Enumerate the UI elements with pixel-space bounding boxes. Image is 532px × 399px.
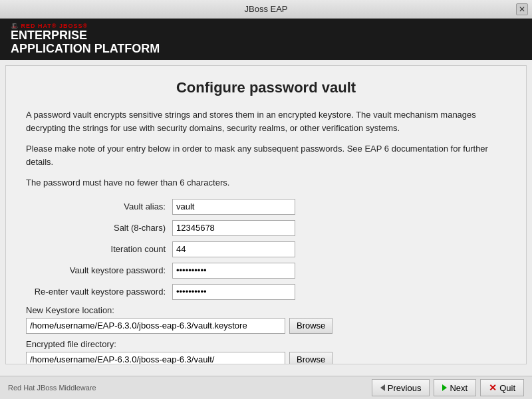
new-keystore-input[interactable] xyxy=(26,318,285,334)
browse-encdir-button[interactable]: Browse xyxy=(289,352,332,365)
quit-x-icon: ✕ xyxy=(489,382,497,393)
salt-input[interactable] xyxy=(172,220,295,236)
enc-dir-row: Browse xyxy=(26,352,506,365)
enc-dir-block: Encrypted file directory: Browse xyxy=(26,339,506,365)
logo-area: 🎩 RED HAT® JBOSS® ENTERPRISE APPLICATION… xyxy=(11,23,160,56)
iteration-row: Iteration count xyxy=(26,241,506,257)
re-vault-pwd-row: Re-enter vault keystore password: xyxy=(26,284,506,300)
description-2: Please make note of your entry below in … xyxy=(26,142,506,168)
vault-alias-row: Vault alias: xyxy=(26,199,506,215)
enc-dir-label: Encrypted file directory: xyxy=(26,339,506,349)
prev-arrow-icon xyxy=(380,384,385,391)
app-platform-label: APPLICATION PLATFORM xyxy=(11,43,160,56)
previous-button[interactable]: Previous xyxy=(372,379,430,396)
title-bar: JBoss EAP ✕ xyxy=(0,0,532,19)
vault-pwd-input[interactable] xyxy=(172,263,295,279)
salt-row: Salt (8-chars) xyxy=(26,220,506,236)
vault-pwd-label: Vault keystore password: xyxy=(26,265,172,275)
quit-button[interactable]: ✕ Quit xyxy=(480,379,524,396)
next-arrow-icon xyxy=(442,384,447,391)
main-content: Configure password vault A password vaul… xyxy=(5,65,527,364)
vault-pwd-row: Vault keystore password: xyxy=(26,263,506,279)
next-button[interactable]: Next xyxy=(434,379,476,396)
browse-keystore-button[interactable]: Browse xyxy=(289,318,332,334)
enc-dir-input[interactable] xyxy=(26,352,285,365)
jboss-header: 🎩 RED HAT® JBOSS® ENTERPRISE APPLICATION… xyxy=(0,19,532,60)
footer: Red Hat JBoss Middleware Previous Next ✕… xyxy=(0,376,532,399)
re-vault-pwd-label: Re-enter vault keystore password: xyxy=(26,287,172,297)
iteration-input[interactable] xyxy=(172,241,295,257)
window-title: JBoss EAP xyxy=(244,4,287,14)
new-keystore-row: Browse xyxy=(26,318,506,334)
description-1: A password vault encrypts sensitive stri… xyxy=(26,108,506,134)
new-keystore-block: New Keystore location: Browse xyxy=(26,305,506,334)
footer-buttons: Previous Next ✕ Quit xyxy=(372,379,524,396)
page-title: Configure password vault xyxy=(26,79,506,96)
salt-label: Salt (8-chars) xyxy=(26,223,172,233)
description-3: The password must have no fewer than 6 c… xyxy=(26,176,506,190)
close-button[interactable]: ✕ xyxy=(516,3,528,15)
new-keystore-label: New Keystore location: xyxy=(26,305,506,315)
vault-alias-label: Vault alias: xyxy=(26,201,172,211)
enterprise-label: ENTERPRISE xyxy=(11,29,160,43)
footer-status: Red Hat JBoss Middleware xyxy=(8,384,96,392)
re-vault-pwd-input[interactable] xyxy=(172,284,295,300)
vault-alias-input[interactable] xyxy=(172,199,295,215)
iteration-label: Iteration count xyxy=(26,244,172,254)
form-section: Vault alias: Salt (8-chars) Iteration co… xyxy=(26,199,506,365)
